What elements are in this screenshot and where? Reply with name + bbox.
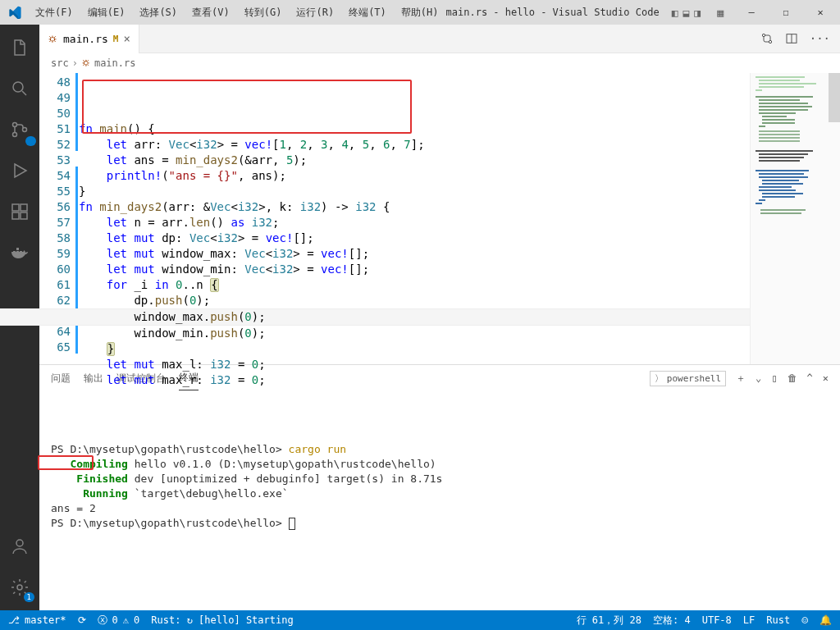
svg-rect-32 <box>759 130 800 132</box>
svg-point-3 <box>23 128 27 132</box>
minimap[interactable] <box>750 73 840 364</box>
tab-modified-indicator: M <box>113 34 119 44</box>
tab-close-icon[interactable]: × <box>123 32 130 45</box>
svg-rect-21 <box>756 89 762 91</box>
panel-close-icon[interactable]: ✕ <box>823 372 829 384</box>
svg-rect-45 <box>759 186 792 188</box>
search-icon[interactable] <box>0 71 39 107</box>
svg-rect-49 <box>759 199 765 201</box>
run-debug-icon[interactable] <box>0 153 39 189</box>
settings-gear-icon[interactable]: 1 <box>0 569 39 605</box>
more-actions-icon[interactable]: ··· <box>810 32 830 45</box>
compare-changes-icon[interactable] <box>760 32 774 45</box>
svg-rect-27 <box>759 112 796 114</box>
svg-rect-40 <box>756 170 809 171</box>
editor-area: ⛭ main.rs M × ··· src › ⛭ main.rs 484950… <box>39 25 840 610</box>
toggle-panel-left-icon[interactable]: ◧ <box>672 7 678 19</box>
status-branch[interactable]: ⎇master* <box>8 614 66 626</box>
minimize-button[interactable]: — <box>735 7 768 18</box>
maximize-button[interactable]: ☐ <box>769 7 802 18</box>
svg-rect-22 <box>756 96 813 98</box>
accounts-icon[interactable] <box>0 528 39 564</box>
layout-controls[interactable]: ◧ ⬓ ◨ ▦ <box>660 7 735 19</box>
source-control-icon[interactable] <box>0 112 39 148</box>
svg-point-14 <box>762 34 765 36</box>
terminal-dropdown-icon[interactable]: ⌄ <box>756 372 761 384</box>
svg-rect-33 <box>759 134 800 135</box>
breadcrumb-folder[interactable]: src <box>51 57 69 69</box>
status-lang[interactable]: Rust <box>766 614 790 626</box>
panel-maximize-icon[interactable]: ^ <box>807 372 813 384</box>
chevron-right-icon: › <box>72 57 78 69</box>
menu-item[interactable]: 帮助(H) <box>395 2 445 23</box>
svg-rect-26 <box>759 109 808 111</box>
svg-rect-36 <box>756 150 813 152</box>
menu-item[interactable]: 文件(F) <box>29 2 80 23</box>
status-sync[interactable]: ⟳ <box>78 614 86 626</box>
svg-rect-38 <box>759 157 804 158</box>
kill-terminal-icon[interactable]: 🗑 <box>788 372 797 384</box>
svg-rect-4 <box>12 204 19 211</box>
svg-rect-48 <box>762 196 795 198</box>
breadcrumb-file[interactable]: main.rs <box>94 57 136 69</box>
minimap-content <box>751 73 840 278</box>
terminal-output[interactable]: PS D:\mysetup\gopath\rustcode\hello> car… <box>39 391 840 610</box>
toggle-panel-right-icon[interactable]: ◨ <box>694 7 701 19</box>
status-notifications-icon[interactable]: 🔔 <box>819 614 832 626</box>
svg-rect-24 <box>759 103 808 104</box>
svg-point-2 <box>13 133 17 137</box>
svg-rect-17 <box>756 76 805 78</box>
git-branch-icon: ⎇ <box>8 614 20 626</box>
svg-rect-20 <box>759 86 804 88</box>
svg-rect-37 <box>759 153 808 155</box>
status-cursor[interactable]: 行 61，列 28 <box>577 614 641 628</box>
split-terminal-icon[interactable]: ▯ <box>771 372 777 384</box>
menu-item[interactable]: 终端(T) <box>342 2 393 23</box>
svg-rect-52 <box>760 212 801 214</box>
customize-layout-icon[interactable]: ▦ <box>717 7 724 19</box>
status-eol[interactable]: LF <box>743 614 755 626</box>
menu-item[interactable]: 编辑(E) <box>81 2 132 23</box>
status-encoding[interactable]: UTF-8 <box>702 614 732 626</box>
code-editor[interactable]: 484950515253545556575859606162636465 fn … <box>39 73 840 364</box>
svg-rect-5 <box>12 212 19 219</box>
menu-item[interactable]: 转到(G) <box>238 2 289 23</box>
menu-item[interactable]: 查看(V) <box>185 2 236 23</box>
svg-rect-50 <box>756 203 762 204</box>
menu-item[interactable]: 选择(S) <box>133 2 184 23</box>
svg-rect-42 <box>759 176 808 178</box>
breadcrumb[interactable]: src › ⛭ main.rs <box>39 53 840 73</box>
svg-rect-35 <box>759 140 800 142</box>
status-feedback[interactable]: ☺ <box>801 614 808 627</box>
tab-label: main.rs <box>63 33 108 45</box>
split-editor-icon[interactable] <box>785 32 798 45</box>
status-problems[interactable]: ⓧ0⚠0 <box>98 614 140 628</box>
toggle-panel-bottom-icon[interactable]: ⬓ <box>683 7 690 19</box>
svg-rect-44 <box>762 183 803 185</box>
tab-main-rs[interactable]: ⛭ main.rs M × <box>39 25 139 53</box>
vscode-logo-icon <box>0 6 29 19</box>
svg-rect-30 <box>762 122 795 124</box>
menu-item[interactable]: 运行(R) <box>290 2 340 23</box>
annotation-box-code <box>82 80 412 134</box>
svg-rect-51 <box>760 209 806 211</box>
status-bar: ⎇master* ⟳ ⓧ0⚠0 Rust: ↻ [hello] Starting… <box>0 610 840 630</box>
sync-icon: ⟳ <box>78 614 86 626</box>
svg-rect-43 <box>762 180 799 181</box>
svg-rect-11 <box>16 248 19 250</box>
minimap-scrollbar[interactable] <box>829 73 840 122</box>
svg-point-0 <box>13 82 23 92</box>
close-button[interactable]: ✕ <box>804 7 837 18</box>
window-controls: — ☐ ✕ <box>735 7 840 18</box>
svg-rect-39 <box>759 160 800 162</box>
status-rust-analyzer[interactable]: Rust: ↻ [hello] Starting <box>151 614 293 626</box>
rust-file-icon: ⛭ <box>81 57 91 69</box>
svg-rect-18 <box>759 80 800 81</box>
extensions-icon[interactable] <box>0 194 39 230</box>
explorer-icon[interactable] <box>0 30 39 66</box>
status-spaces[interactable]: 空格: 4 <box>653 614 691 628</box>
panel-tab[interactable]: 问题 <box>51 367 71 390</box>
title-bar: 文件(F)编辑(E)选择(S)查看(V)转到(G)运行(R)终端(T)帮助(H)… <box>0 0 840 25</box>
code-content[interactable]: fn main() { let arr: Vec<i32> = vec![1, … <box>79 73 750 364</box>
docker-icon[interactable] <box>0 235 39 271</box>
